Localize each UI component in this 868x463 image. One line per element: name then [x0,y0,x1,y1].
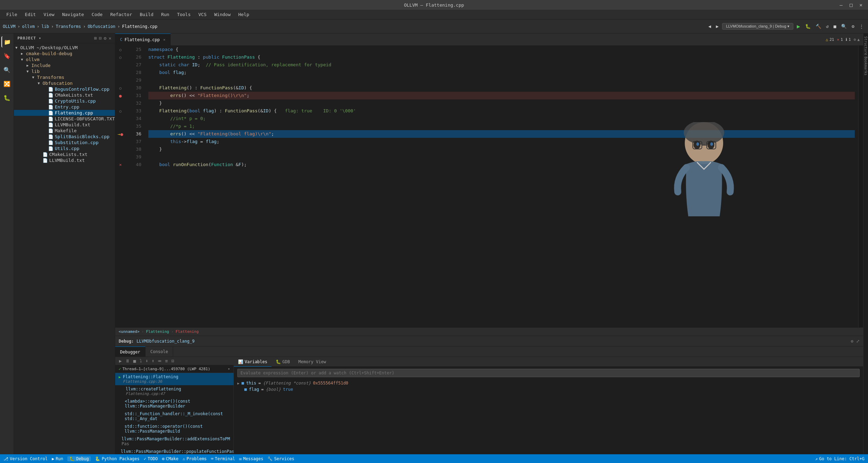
cs-item-0[interactable]: ▶ Flattening::Flattening Flattening.cpp:… [115,373,233,385]
menu-tools[interactable]: Tools [173,11,194,18]
status-cmake[interactable]: ⚙ CMake [162,456,178,461]
toolbar-arrow-left[interactable]: ◀ [707,23,713,30]
structure-tab[interactable]: Structure [864,36,868,55]
tree-bogus[interactable]: ▶ 📄 BogusControlFlow.cpp [14,86,115,92]
menu-run[interactable]: Run [158,11,173,18]
tree-crypto[interactable]: ▶ 📄 CryptoUtils.cpp [14,98,115,104]
cs-item-2[interactable]: <lambda>::operator()(const llvm::PassMan… [115,397,233,410]
run-to-cursor-btn[interactable]: ⤂ [157,358,163,364]
tree-collapse-icon[interactable]: ⊟ [99,36,102,41]
status-run[interactable]: ▶ Run [52,456,63,461]
breadcrumb-ollvm[interactable]: OLLVM [3,24,15,29]
menu-build[interactable]: Build [136,11,157,18]
tree-ollvm[interactable]: ▼ ollvm [14,57,115,62]
tree-llvmbuild2[interactable]: ▶ 📄 LLVMBuild.txt [14,157,115,163]
bookmarks-tab[interactable]: Bookmarks [864,57,868,75]
toolbar-arrow-right[interactable]: ▶ [714,23,720,30]
tab-up-icon[interactable]: ▲ [857,37,860,42]
tree-lib[interactable]: ▼ lib [14,68,115,74]
tree-entry[interactable]: ▶ 📄 Entry.cpp [14,104,115,110]
toolbar-stop[interactable]: ■ [832,23,838,30]
menu-navigate[interactable]: Navigate [59,11,88,18]
menu-refactor[interactable]: Refactor [107,11,136,18]
run-config-btn[interactable]: LLVMObfuscation_clang_9 | Debug ▾ [722,23,793,30]
tab-memory[interactable]: Memory View [294,357,330,367]
tree-flattening[interactable]: ▶ 📄 Flattening.cpp [14,110,115,116]
side-vcs-icon[interactable]: 🔀 [1,78,13,89]
thread-dropdown[interactable]: ▾ [228,367,230,371]
tree-utils[interactable]: ▶ 📄 Utils.cpp [14,145,115,151]
menu-edit[interactable]: Edit [21,11,39,18]
menu-code[interactable]: Code [88,11,106,18]
tree-split[interactable]: ▶ 📄 SplitBasicBlocks.cpp [14,134,115,140]
toolbar-refresh[interactable]: ↺ [825,23,830,30]
tree-makefile[interactable]: ▶ 📄 Makefile [14,128,115,134]
editor-scrollbar[interactable] [858,46,863,327]
status-problems[interactable]: ⚠ Problems [183,456,207,461]
tree-transforms[interactable]: ▼ Transforms [14,74,115,80]
status-todo[interactable]: ✓ TODO [144,456,158,461]
cs-item-1[interactable]: llvm::createFlattening Flattening.cpp:47 [115,385,233,397]
minimize-btn[interactable]: — [838,1,845,8]
breadcrumb-file[interactable]: Flattening.cpp [122,24,157,29]
debug-expand-icon[interactable]: ⤢ [856,339,860,344]
tree-license[interactable]: ▶ 📄 LICENSE-OBFUSCATOR.TXT [14,116,115,122]
toolbar-more[interactable]: ⋮ [858,23,865,30]
debug-tab-console[interactable]: Console [146,346,173,357]
tab-variables[interactable]: 📊 Variables [234,357,272,367]
status-terminal[interactable]: ⌨ Terminal [211,456,235,461]
bc-unnamed[interactable]: <unnamed> [119,329,140,334]
debug-btn[interactable]: 🐛 [804,23,812,30]
cs-item-4[interactable]: std::function::operator()(const llvm::Pa… [115,423,233,435]
menu-vcs[interactable]: VCS [195,11,210,18]
step-over-btn[interactable]: ⤵ [139,358,143,364]
menu-help[interactable]: Help [235,11,253,18]
side-find-icon[interactable]: 🔍 [1,64,13,75]
tree-root[interactable]: ▼ OLLVM ~/Desktop/OLLVM [14,45,115,51]
cs-item-5[interactable]: llvm::PassManagerBuilder::addExtensionsT… [115,435,233,448]
close-btn[interactable]: ✕ [858,1,865,8]
tree-expand-icon[interactable]: ⊞ [94,36,97,41]
status-goto-line[interactable]: ↗ Go to Line: Ctrl+G [815,456,865,461]
tab-close-icon[interactable]: ✕ [163,38,165,42]
status-python-packages[interactable]: 🐍 Python Packages [95,456,139,461]
status-version-control[interactable]: ⎇ Version Control [3,456,47,461]
status-messages[interactable]: ✉ Messages [239,456,263,461]
stop-btn[interactable]: ■ [132,358,137,364]
breadcrumb-ollvm2[interactable]: ollvm [22,24,35,29]
tab-settings-icon[interactable]: ⚙ [854,37,856,42]
menu-file[interactable]: File [3,11,21,18]
status-debug[interactable]: 🐛 Debug [67,456,91,461]
cs-item-6[interactable]: llvm::PassManagerBuilder::populateFuncti… [115,448,233,454]
bc-flattening1[interactable]: Flattening [146,329,169,334]
code-content[interactable]: namespace { struct Flattening : public F… [145,46,858,327]
tree-cmake-build[interactable]: ▶ cmake-build-debug [14,51,115,57]
maximize-btn[interactable]: □ [847,1,854,8]
debug-config[interactable]: LLVMObfuscation_clang_9 [136,339,194,344]
code-editor[interactable]: ○ ○ ○ ● ○ → ● [115,46,863,336]
build-btn[interactable]: 🔨 [814,23,823,30]
tree-cmake2[interactable]: ▶ 📄 CMakeLists.txt [14,151,115,157]
tab-flattening[interactable]: C Flattening.cpp ✕ [115,33,171,46]
eval-input[interactable] [237,369,860,377]
menu-view[interactable]: View [40,11,58,18]
resume-btn[interactable]: ▶ [118,358,123,364]
run-btn[interactable]: ▶ [795,22,802,30]
toolbar-settings[interactable]: ⚙ [850,23,856,30]
tree-include[interactable]: ▶ Include [14,62,115,68]
tab-gdb[interactable]: 🐛 GDB [272,357,294,367]
tree-close-icon[interactable]: ✕ [109,36,111,41]
step-out-btn[interactable]: ⬆ [150,358,155,364]
toolbar-search[interactable]: 🔍 [840,23,848,30]
step-into-btn[interactable]: ⬇ [144,358,149,364]
eval-expr-btn[interactable]: ≡ [164,358,169,364]
side-bookmarks-icon[interactable]: 🔖 [1,50,13,61]
tree-substitution[interactable]: ▶ 📄 Substitution.cpp [14,140,115,145]
frames-btn[interactable]: ⊡ [170,358,175,364]
breadcrumb-lib[interactable]: lib [42,24,49,29]
pause-btn[interactable]: ⏸ [124,358,131,364]
breadcrumb-transforms[interactable]: Transforms [56,24,81,29]
debug-settings-icon[interactable]: ⚙ [851,339,853,344]
tree-settings-icon[interactable]: ⚙ [104,36,106,41]
bc-flattening2[interactable]: Flattening [176,329,199,334]
